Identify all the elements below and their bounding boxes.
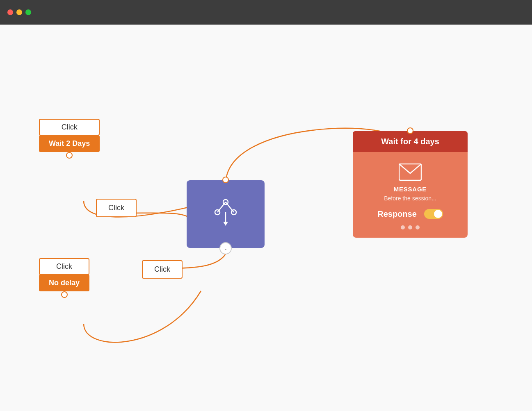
wait-days-node[interactable]: Wait for 4 days MESSAGE Before the sessi… [353,131,468,238]
maximize-button[interactable] [25,9,31,15]
dot-3 [416,225,420,229]
click-wait-node[interactable]: Click Wait 2 Days [39,119,100,159]
branch-connector-bottom[interactable]: ⌄ [219,242,232,254]
wait-days-header: Wait for 4 days [353,131,468,152]
title-bar [0,0,532,25]
message-title: MESSAGE [394,186,427,193]
branch-connector-top [222,177,229,183]
click-node-bottom-mid[interactable]: Click [142,260,183,279]
dot-2 [408,225,412,229]
close-button[interactable] [7,9,13,15]
wait-2-days-label: Wait 2 Days [39,135,100,152]
wait-days-top-connector [407,127,413,134]
branch-icon [209,198,242,231]
click-bm-label: Click [142,260,183,279]
click-nodelay-click-label: Click [39,258,89,275]
click-label-top: Click [39,119,100,136]
pagination-dots [401,225,420,229]
svg-marker-3 [223,222,228,226]
dot-1 [401,225,405,229]
no-delay-connector [61,291,68,298]
minimize-button[interactable] [16,9,22,15]
wait-2-days-connector [66,152,73,159]
workflow-canvas: Click Wait 2 Days Click Click No delay C… [0,25,532,411]
envelope-icon [399,163,422,181]
click-node-mid[interactable]: Click [96,199,137,217]
click-mid-label: Click [96,199,137,217]
chevron-down-icon: ⌄ [224,245,228,251]
message-card: MESSAGE Before the session... Response [353,152,468,238]
click-nodelay-node[interactable]: Click No delay [39,258,89,298]
no-delay-label: No delay [39,275,89,291]
branch-node[interactable]: ⌄ [187,180,265,248]
toggle-thumb [434,210,442,218]
response-label: Response [377,209,417,219]
message-subtitle: Before the session... [384,195,436,202]
response-toggle[interactable] [424,209,443,219]
